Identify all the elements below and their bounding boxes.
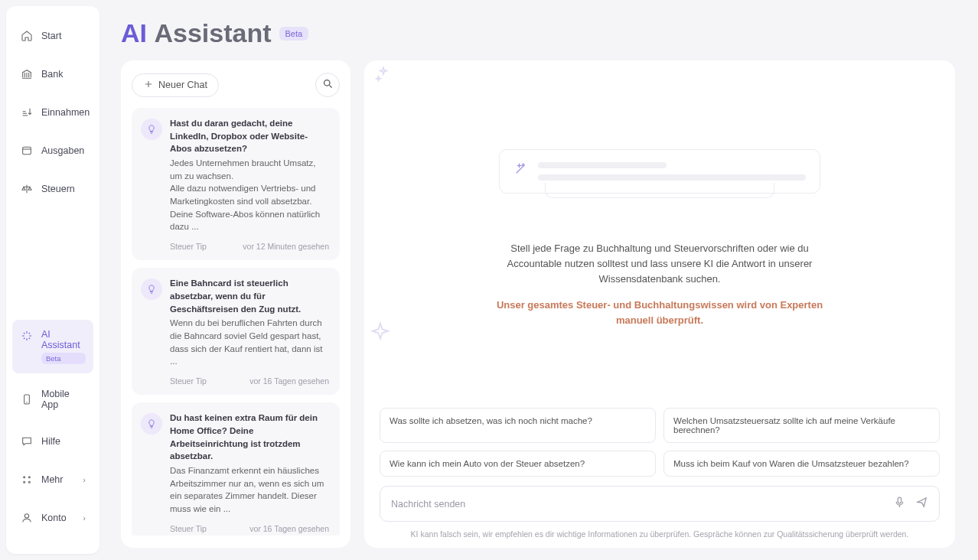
chat-tag: Steuer Tip	[170, 376, 207, 387]
nav-label: AI Assistant	[41, 329, 86, 350]
chat-time: vor 16 Tagen gesehen	[249, 523, 329, 535]
chat-card[interactable]: Du hast keinen extra Raum für dein Home …	[132, 402, 340, 536]
chat-card[interactable]: Eine Bahncard ist steuerlich absetzbar, …	[132, 268, 340, 395]
chat-card[interactable]: Hast du daran gedacht, deine LinkedIn, D…	[132, 108, 340, 260]
svg-point-2	[24, 477, 25, 478]
svg-rect-0	[23, 147, 31, 154]
suggestion-chip[interactable]: Welchen Umsatzsteuersatz sollte ich auf …	[663, 408, 940, 443]
nav-steuern[interactable]: Steuern	[12, 173, 93, 205]
chat-headline: Hast du daran gedacht, deine LinkedIn, D…	[170, 117, 329, 155]
svg-point-7	[324, 80, 330, 86]
chat-headline: Du hast keinen extra Raum für dein Home …	[170, 412, 329, 463]
suggestion-chip[interactable]: Was sollte ich absetzen, was ich noch ni…	[380, 408, 656, 443]
message-input[interactable]	[391, 499, 884, 510]
chat-time: vor 12 Minuten gesehen	[243, 241, 329, 252]
chat-sub: Das Finanzamt erkennt ein häusliches Arb…	[170, 464, 329, 516]
chat-time: vor 16 Tagen gesehen	[249, 376, 329, 387]
new-chat-button[interactable]: Neuer Chat	[132, 73, 219, 97]
income-icon	[20, 106, 34, 119]
nav-konto[interactable]: Konto ›	[12, 502, 93, 534]
nav-ai-assistant[interactable]: AI Assistant Beta	[12, 320, 93, 373]
new-chat-label: Neuer Chat	[158, 80, 207, 90]
hero-card-shadow	[545, 183, 774, 198]
beta-badge: Beta	[41, 353, 86, 364]
nav-label: Mehr	[41, 474, 75, 485]
mobile-icon	[20, 392, 34, 406]
chevron-right-icon: ›	[83, 513, 86, 523]
plus-icon	[143, 79, 154, 92]
nav-label: Konto	[41, 513, 75, 523]
chat-list: Hast du daran gedacht, deine LinkedIn, D…	[132, 108, 340, 536]
svg-point-6	[24, 514, 28, 518]
star-deco-icon	[369, 321, 392, 347]
page-header: AI Assistant Beta	[121, 18, 955, 48]
svg-point-4	[28, 477, 30, 478]
sidebar: Start Bank Einnahmen Ausgaben Steuern AI…	[6, 6, 99, 554]
chevron-right-icon: ›	[83, 475, 86, 484]
grid-icon	[20, 473, 34, 487]
svg-point-3	[24, 481, 25, 483]
nav-label: Hilfe	[41, 436, 86, 447]
nav-start[interactable]: Start	[12, 20, 93, 52]
svg-rect-8	[898, 497, 901, 503]
bulb-icon	[141, 278, 162, 300]
hero-area: Stell jede Frage zu Buchhaltung und Steu…	[364, 73, 955, 327]
user-icon	[20, 511, 34, 525]
svg-point-5	[28, 481, 30, 483]
search-icon	[322, 78, 334, 93]
title-rest: Assistant	[154, 18, 271, 47]
hero-emphasis: Unser gesamtes Steuer- und Buchhaltungsw…	[484, 298, 836, 327]
send-icon[interactable]	[915, 496, 928, 512]
main: AI Assistant Beta Neuer Chat Hast du dar	[106, 0, 978, 560]
chat-sub: Wenn du bei beruflichen Fahrten durch di…	[170, 317, 329, 368]
wand-icon	[513, 162, 527, 179]
home-icon	[20, 29, 34, 43]
expense-icon	[20, 144, 34, 158]
nav-mobile-app[interactable]: Mobile App	[12, 379, 93, 419]
hero-text: Stell jede Frage zu Buchhaltung und Steu…	[484, 241, 836, 287]
chat-sub: Jedes Unternehmen braucht Umsatz, um zu …	[170, 157, 329, 233]
scale-icon	[20, 182, 34, 196]
disclaimer-text: KI kann falsch sein, wir empfehlen es di…	[380, 529, 940, 539]
bank-icon	[20, 67, 34, 81]
suggestion-grid: Was sollte ich absetzen, was ich noch ni…	[380, 408, 940, 477]
chat-headline: Eine Bahncard ist steuerlich absetzbar, …	[170, 277, 329, 315]
sparkle-icon	[20, 329, 34, 343]
suggestion-chip[interactable]: Muss ich beim Kauf von Waren die Umsatzs…	[663, 451, 940, 477]
sparkle-deco-icon	[373, 65, 393, 88]
nav-bank[interactable]: Bank	[12, 58, 93, 90]
title-beta-badge: Beta	[279, 27, 309, 41]
nav-label: Mobile App	[41, 389, 86, 410]
nav-label: Start	[41, 31, 86, 41]
search-button[interactable]	[315, 73, 340, 97]
bulb-icon	[141, 413, 162, 435]
nav-label: Bank	[41, 69, 86, 80]
nav-mehr[interactable]: Mehr ›	[12, 464, 93, 496]
chat-tag: Steuer Tip	[170, 241, 207, 252]
message-input-row	[380, 486, 940, 522]
placeholder-line	[538, 162, 667, 168]
chat-tag: Steuer Tip	[170, 523, 207, 535]
title-ai: AI	[121, 18, 147, 47]
chat-history-panel: Neuer Chat Hast du daran gedacht, deine …	[121, 60, 350, 548]
page-title: AI Assistant	[121, 18, 272, 48]
chat-icon	[20, 435, 34, 448]
nav-label: Ausgaben	[41, 145, 86, 156]
nav-label: Steuern	[41, 184, 86, 194]
chat-main-panel: Stell jede Frage zu Buchhaltung und Steu…	[364, 60, 955, 548]
nav-ausgaben[interactable]: Ausgaben	[12, 135, 93, 167]
nav-label: Einnahmen	[41, 107, 90, 118]
nav-hilfe[interactable]: Hilfe	[12, 425, 93, 457]
nav-einnahmen[interactable]: Einnahmen	[12, 96, 93, 129]
bulb-icon	[141, 119, 162, 140]
placeholder-line	[538, 174, 806, 181]
suggestion-chip[interactable]: Wie kann ich mein Auto von der Steuer ab…	[380, 451, 656, 477]
mic-icon[interactable]	[893, 496, 906, 512]
